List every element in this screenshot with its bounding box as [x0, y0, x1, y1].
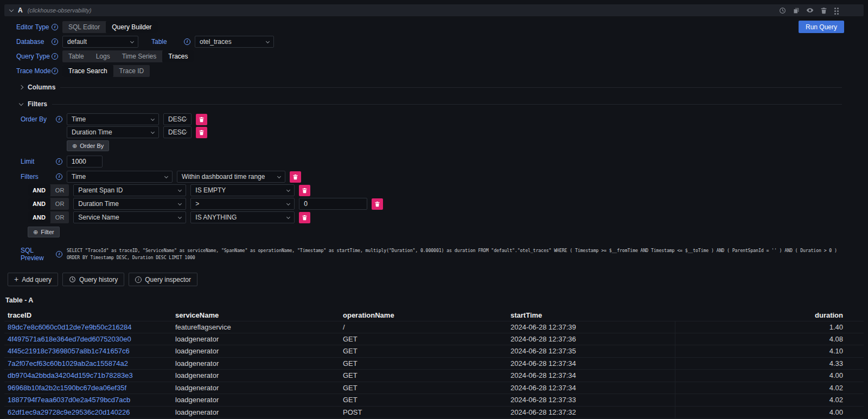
column-header-operationname[interactable]: operationName: [340, 311, 507, 319]
cell-servicename: loadgenerator: [172, 347, 340, 355]
columns-section-header[interactable]: Columns: [20, 83, 842, 91]
trash-icon[interactable]: [820, 7, 827, 14]
conjunction-toggle: AND OR: [28, 184, 69, 196]
trace-link[interactable]: 89dc7e8c6060c0d12de7e9b50c216284: [8, 323, 131, 331]
query-row-header: A (clickhouse-observability): [4, 4, 864, 16]
select-value: Service Name: [78, 214, 119, 221]
order-by-label: Order By: [21, 115, 62, 123]
trace-link[interactable]: 7a2f07ecf63c60b1029ab2ac155874a2: [8, 359, 128, 368]
duplicate-icon[interactable]: [793, 7, 800, 14]
query-inspector-button[interactable]: Query inspector: [129, 273, 197, 286]
plus-circle-icon: [72, 143, 77, 150]
query-type-option-time-series[interactable]: Time Series: [116, 50, 163, 62]
cell-servicename: loadgenerator: [172, 408, 340, 416]
trace-link[interactable]: 4f45c21918c73698057a8b1c741657c6: [8, 347, 130, 355]
query-type-option-table[interactable]: Table: [62, 50, 90, 62]
or-option[interactable]: OR: [50, 184, 69, 196]
info-icon[interactable]: [52, 38, 58, 45]
cell-operationname: GET: [340, 384, 507, 392]
filter-operator-select[interactable]: >: [190, 198, 295, 210]
or-option[interactable]: OR: [50, 198, 69, 210]
order-by-field-select[interactable]: Time: [67, 113, 159, 125]
chevron-down-icon: [286, 188, 290, 192]
database-table-row: Database default Table otel_traces: [16, 36, 864, 48]
trace-link[interactable]: db9704a2bbda34204d159c71b78283e3: [8, 371, 133, 379]
filter-operator-select[interactable]: IS EMPTY: [190, 184, 295, 196]
cell-duration: 4.33: [675, 358, 864, 370]
remove-filter-button[interactable]: [299, 212, 310, 223]
filter-field-select[interactable]: Service Name: [73, 211, 186, 223]
button-label: Order By: [80, 143, 104, 149]
drag-handle-icon[interactable]: [834, 7, 839, 14]
cell-operationname: /: [340, 323, 507, 331]
and-option[interactable]: AND: [28, 184, 50, 196]
trace-mode-option-trace-search[interactable]: Trace Search: [62, 65, 113, 77]
cell-duration: 1.40: [675, 321, 864, 333]
editor-type-option-query-builder[interactable]: Query Builder: [106, 21, 157, 33]
run-query-button[interactable]: Run Query: [799, 21, 844, 33]
info-icon[interactable]: [56, 173, 62, 180]
filter-field-select[interactable]: Duration Time: [73, 198, 186, 210]
trace-link[interactable]: 1887794f7eaa6037d0e2a4579bcd7acb: [8, 396, 130, 404]
query-type-option-traces[interactable]: Traces: [162, 50, 194, 62]
filters-section-header[interactable]: Filters: [20, 100, 842, 108]
conjunction-toggle: AND OR: [28, 211, 69, 223]
and-option[interactable]: AND: [28, 211, 50, 223]
or-option[interactable]: OR: [50, 211, 69, 223]
editor-type-option-sql-editor[interactable]: SQL Editor: [62, 21, 106, 33]
order-by-direction-select[interactable]: DESC: [163, 126, 192, 138]
info-icon[interactable]: [184, 38, 190, 45]
eye-icon[interactable]: [806, 7, 814, 14]
filter-operator-select[interactable]: Within dashboard time range: [177, 171, 285, 183]
chevron-down-icon: [277, 175, 281, 178]
info-icon[interactable]: [56, 158, 62, 165]
cell-duration: 4.08: [675, 333, 864, 345]
remove-filter-button[interactable]: [372, 198, 383, 210]
database-select[interactable]: default: [62, 36, 138, 48]
info-icon[interactable]: [52, 53, 58, 60]
add-order-by-button[interactable]: Order By: [67, 140, 109, 151]
trace-link[interactable]: 4f497571a618e364ed7ded60752030e0: [8, 335, 131, 343]
add-filter-button[interactable]: Filter: [28, 227, 60, 237]
results-table-panel: Table - A traceID serviceName operationN…: [4, 294, 864, 419]
trace-link[interactable]: 62df1ec9a29728c9e29536c20d140226: [8, 408, 130, 416]
info-icon[interactable]: [52, 24, 58, 30]
query-history-button[interactable]: Query history: [62, 273, 124, 286]
cell-starttime: 2024-06-28 12:37:33: [507, 396, 675, 404]
collapse-chevron-icon[interactable]: [9, 7, 14, 11]
chevron-down-icon: [151, 117, 155, 121]
query-type-option-logs[interactable]: Logs: [90, 50, 116, 62]
column-header-duration[interactable]: duration: [675, 311, 864, 319]
filter-field-select[interactable]: Parent Span ID: [73, 184, 186, 196]
order-by-direction-select[interactable]: DESC: [163, 113, 192, 125]
add-query-button[interactable]: Add query: [8, 273, 58, 286]
table-select[interactable]: otel_traces: [195, 36, 274, 48]
info-icon[interactable]: [52, 68, 58, 74]
plus-circle-icon: [33, 229, 38, 236]
and-option[interactable]: AND: [28, 198, 50, 210]
info-icon[interactable]: [56, 116, 62, 123]
column-header-servicename[interactable]: serviceName: [172, 311, 340, 319]
remove-filter-button[interactable]: [290, 171, 301, 183]
filter-field-select[interactable]: Time: [67, 171, 173, 183]
info-icon[interactable]: [56, 251, 62, 257]
remove-order-by-button[interactable]: [196, 127, 207, 138]
results-body: 89dc7e8c6060c0d12de7e9b50c216284featuref…: [4, 321, 864, 419]
order-by-field-select[interactable]: Duration Time: [67, 126, 159, 138]
remove-filter-button[interactable]: [299, 185, 310, 196]
trace-link[interactable]: 96968b10fa2b2c1590bc67dea06ef35f: [8, 384, 126, 392]
column-header-starttime[interactable]: startTime: [507, 311, 675, 319]
trace-mode-option-trace-id[interactable]: Trace ID: [113, 65, 150, 77]
remove-order-by-button[interactable]: [196, 114, 207, 125]
column-header-traceid[interactable]: traceID: [4, 311, 172, 319]
limit-input[interactable]: [67, 156, 103, 167]
cell-servicename: loadgenerator: [172, 335, 340, 343]
section-divider: [52, 104, 842, 105]
order-by-row-1: Order By Time DESC: [21, 113, 864, 125]
filter-value-input[interactable]: [299, 198, 367, 210]
query-type-row: Query Type Table Logs Time Series Traces: [16, 50, 864, 62]
filter-operator-select[interactable]: IS ANYTHING: [190, 211, 295, 223]
field-label-text: Trace Mode: [16, 67, 51, 75]
history-icon[interactable]: [779, 7, 786, 14]
cell-duration: 4.10: [675, 345, 864, 357]
